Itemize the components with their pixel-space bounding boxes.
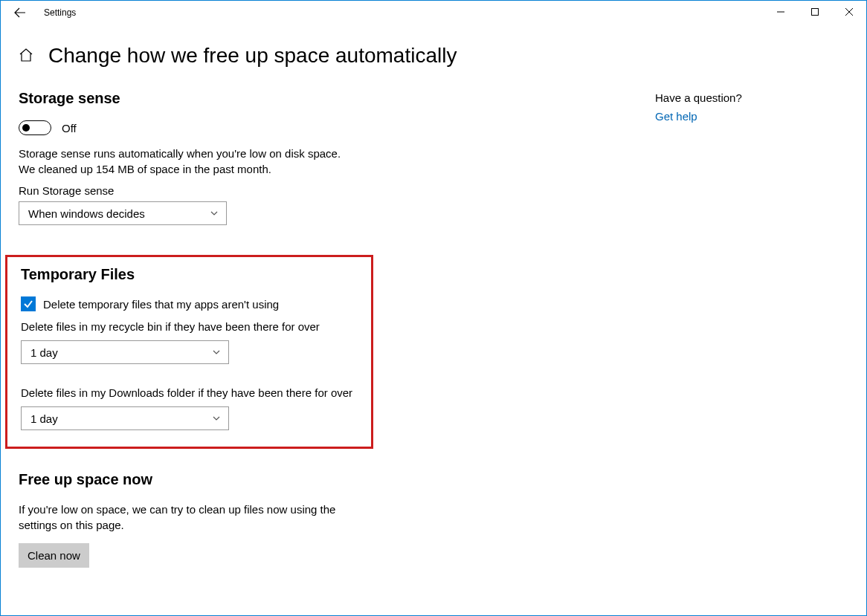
page-title: Change how we free up space automaticall… xyxy=(48,44,457,68)
svg-rect-0 xyxy=(812,9,819,16)
checkmark-icon xyxy=(23,299,33,309)
storage-sense-desc1: Storage sense runs automatically when yo… xyxy=(19,146,584,161)
page-header: Change how we free up space automaticall… xyxy=(1,25,866,90)
storage-sense-section: Storage sense Off Storage sense runs aut… xyxy=(19,90,584,225)
get-help-link[interactable]: Get help xyxy=(655,110,697,123)
recycle-bin-select[interactable]: 1 day xyxy=(21,340,229,364)
storage-sense-toggle[interactable] xyxy=(19,120,51,135)
maximize-button[interactable] xyxy=(798,1,832,23)
run-storage-sense-value: When windows decides xyxy=(28,207,145,220)
app-title: Settings xyxy=(44,7,76,18)
downloads-select[interactable]: 1 day xyxy=(21,406,229,430)
downloads-label: Delete files in my Downloads folder if t… xyxy=(21,385,358,401)
help-panel: Have a question? Get help xyxy=(655,90,848,568)
home-icon[interactable] xyxy=(19,48,35,64)
chevron-down-icon xyxy=(212,414,221,423)
delete-temp-checkbox[interactable] xyxy=(21,296,36,311)
free-up-space-section: Free up space now If you're low on space… xyxy=(19,471,584,568)
recycle-bin-label: Delete files in my recycle bin if they h… xyxy=(21,319,358,334)
free-up-desc2: settings on this page. xyxy=(19,517,584,533)
close-icon xyxy=(845,8,853,16)
minimize-icon xyxy=(777,8,784,16)
chevron-down-icon xyxy=(212,348,221,357)
close-button[interactable] xyxy=(832,1,866,23)
storage-sense-desc2: We cleaned up 154 MB of space in the pas… xyxy=(19,161,584,177)
run-storage-sense-label: Run Storage sense xyxy=(19,184,584,197)
free-up-desc1: If you're low on space, we can try to cl… xyxy=(19,502,584,517)
temp-files-heading: Temporary Files xyxy=(21,266,358,283)
window-controls xyxy=(764,1,866,23)
chevron-down-icon xyxy=(210,209,219,218)
free-up-heading: Free up space now xyxy=(19,471,584,488)
delete-temp-label: Delete temporary files that my apps aren… xyxy=(43,298,279,311)
recycle-bin-value: 1 day xyxy=(30,346,58,359)
temporary-files-section: Temporary Files Delete temporary files t… xyxy=(5,255,373,449)
back-button[interactable] xyxy=(13,5,28,20)
storage-sense-heading: Storage sense xyxy=(19,90,584,107)
have-question-label: Have a question? xyxy=(655,91,848,104)
titlebar: Settings xyxy=(1,1,866,25)
run-storage-sense-select[interactable]: When windows decides xyxy=(19,201,227,225)
back-arrow-icon xyxy=(14,7,26,19)
maximize-icon xyxy=(811,8,819,16)
clean-now-button[interactable]: Clean now xyxy=(19,543,89,568)
toggle-state-label: Off xyxy=(62,122,77,134)
downloads-value: 1 day xyxy=(30,412,58,425)
minimize-button[interactable] xyxy=(764,1,798,23)
toggle-knob xyxy=(22,124,30,132)
